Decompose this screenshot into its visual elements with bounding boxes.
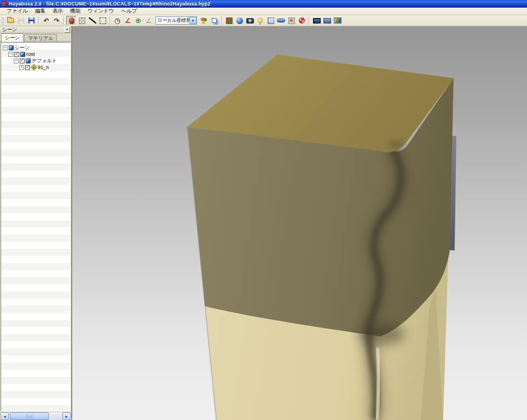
tab-material[interactable]: マテリアル xyxy=(24,34,57,41)
curve-editor-button[interactable] xyxy=(87,16,97,26)
scrollbar-track[interactable] xyxy=(9,412,62,420)
horizontal-scrollbar[interactable]: ◂ ▸ xyxy=(1,412,71,420)
coordinate-system-select[interactable]: ローカル座標系 ▾ xyxy=(155,16,197,25)
toolbar-separator xyxy=(221,16,222,25)
clock-icon: ◷ xyxy=(114,17,120,24)
rendered-box-image xyxy=(72,26,527,420)
scene-panel: シーン × シーン マテリアル − シーン − ✓ root − ✓ xyxy=(0,26,72,420)
scroll-left-button[interactable]: ◂ xyxy=(1,412,9,420)
selection-box-icon xyxy=(100,18,106,24)
scroll-right-button[interactable]: ▸ xyxy=(62,412,71,420)
axis-angle-icon: ∠ xyxy=(125,18,131,24)
tree-item-91n[interactable]: + ✓ 91_n xyxy=(18,64,70,71)
collapse-icon[interactable]: − xyxy=(8,52,13,57)
visibility-checkbox[interactable]: ✓ xyxy=(14,52,19,57)
fan-button[interactable] xyxy=(297,16,307,26)
axis-button[interactable]: ∠ xyxy=(123,16,133,26)
panel-title: シーン xyxy=(2,26,64,33)
collapse-icon[interactable]: − xyxy=(3,45,8,50)
node-cube-icon xyxy=(26,59,31,63)
environment-sphere-button[interactable] xyxy=(234,16,245,26)
material-cube-button[interactable] xyxy=(224,16,234,26)
toolbar-separator xyxy=(63,16,65,25)
tree-item-scene[interactable]: − シーン xyxy=(1,44,70,51)
scrollbar-thumb[interactable] xyxy=(10,412,49,420)
collapse-icon[interactable]: − xyxy=(14,59,19,63)
texture-button[interactable] xyxy=(77,16,87,26)
render-material-icon xyxy=(69,18,74,24)
curve-icon xyxy=(89,18,96,24)
render-settings-button[interactable] xyxy=(311,16,322,26)
menu-window[interactable]: ウィンドウ xyxy=(84,7,118,15)
image-icon xyxy=(334,18,341,24)
window-title: Hayabusa 2.0 - file:C:¥DOCUME~1¥sumi¥LOC… xyxy=(9,1,210,7)
fit-selection-button[interactable] xyxy=(97,16,108,26)
close-icon[interactable]: × xyxy=(64,27,70,33)
mesh-diamond-icon xyxy=(31,64,37,70)
image-output-button[interactable] xyxy=(332,16,343,26)
display-icon xyxy=(323,18,331,24)
toolbar-separator xyxy=(38,16,39,25)
camera-button[interactable] xyxy=(245,16,255,26)
toolbar-grip[interactable] xyxy=(2,17,4,25)
save-as-icon xyxy=(28,18,34,24)
light-button[interactable] xyxy=(255,16,265,26)
title-bar: Hayabusa 2.0 - file:C:¥DOCUME~1¥sumi¥LOC… xyxy=(0,0,527,8)
render-preview-button[interactable] xyxy=(66,16,77,26)
menu-tools[interactable]: 機能 xyxy=(67,7,84,15)
panel-tabs: シーン マテリアル xyxy=(0,33,71,42)
open-file-button[interactable] xyxy=(5,16,16,26)
wireframe-cube-icon xyxy=(268,18,274,24)
menu-view[interactable]: 表示 xyxy=(49,7,66,15)
display-output-button[interactable] xyxy=(322,16,332,26)
texture-checker-icon xyxy=(79,18,85,24)
layers-icon xyxy=(212,18,217,23)
color-balls-button[interactable] xyxy=(199,16,209,26)
scene-cube-icon xyxy=(9,45,14,50)
visibility-checkbox[interactable]: ✓ xyxy=(25,65,30,70)
capsule-icon xyxy=(277,19,285,22)
layer-copy-button[interactable] xyxy=(209,16,219,26)
capsule-button[interactable] xyxy=(276,16,286,26)
expand-icon[interactable]: + xyxy=(19,65,24,70)
exclude-render-button[interactable]: × xyxy=(286,16,297,26)
time-button[interactable]: ◷ xyxy=(112,16,123,26)
save-button[interactable] xyxy=(16,16,26,26)
coordinate-system-value: ローカル座標系 xyxy=(158,18,189,24)
axis-disabled-button[interactable]: ∠ xyxy=(143,16,154,26)
toolbar: ↶ ↷ ◷ ∠ ⊕ ∠ ローカル座標系 ▾ × xyxy=(0,15,527,26)
tree-item-default[interactable]: − ✓ デフォルト xyxy=(12,57,70,64)
menu-file[interactable]: ファイル xyxy=(3,7,31,15)
monitor-icon xyxy=(313,18,321,24)
save-as-button[interactable] xyxy=(26,16,37,26)
chevron-down-icon[interactable]: ▾ xyxy=(189,17,196,24)
tab-scene[interactable]: シーン xyxy=(1,33,24,42)
save-icon xyxy=(18,18,24,24)
toolbar-separator xyxy=(109,16,111,25)
undo-button[interactable]: ↶ xyxy=(41,16,51,26)
redo-icon: ↷ xyxy=(54,18,59,24)
redo-button[interactable]: ↷ xyxy=(51,16,62,26)
rotation-center-button[interactable]: ⊕ xyxy=(133,16,143,26)
toolbar-separator xyxy=(309,16,310,25)
folder-icon xyxy=(7,18,14,23)
color-balls-icon xyxy=(200,17,207,24)
scene-tree[interactable]: − シーン − ✓ root − ✓ デフォルト + ✓ 91_n xyxy=(1,42,71,411)
undo-icon: ↶ xyxy=(43,18,49,24)
tree-item-root[interactable]: − ✓ root xyxy=(7,51,70,57)
sphere-icon xyxy=(236,18,243,24)
menu-help[interactable]: ヘルプ xyxy=(118,7,141,15)
app-icon xyxy=(2,1,7,7)
menu-edit[interactable]: 編集 xyxy=(32,7,49,15)
camera-icon xyxy=(246,18,254,24)
render-viewport[interactable] xyxy=(72,26,527,420)
light-bulb-icon xyxy=(258,18,263,23)
no-render-icon: × xyxy=(288,18,295,24)
fan-icon xyxy=(299,18,305,24)
menu-bar: ファイル 編集 表示 機能 ウィンドウ ヘルプ xyxy=(0,8,527,15)
node-cube-icon xyxy=(20,52,25,57)
wireframe-cube-button[interactable] xyxy=(265,16,276,26)
material-cube-icon xyxy=(226,18,233,24)
visibility-checkbox[interactable]: ✓ xyxy=(20,59,25,63)
panel-header: シーン × xyxy=(0,26,71,33)
